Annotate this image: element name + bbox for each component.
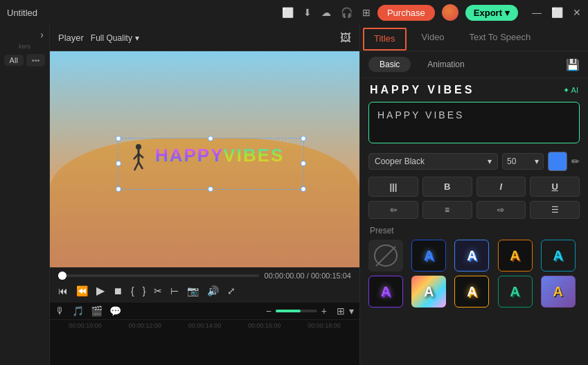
minimize-icon[interactable]: — <box>532 7 542 18</box>
progress-thumb[interactable] <box>58 271 66 280</box>
main-layout: › kers All ••• Player Full Quality ▾ 🖼 <box>0 25 588 365</box>
monitor-icon[interactable]: ⬜ <box>282 7 294 18</box>
italic-button[interactable]: I <box>476 177 526 197</box>
happy-text: HAPPY <box>155 144 224 166</box>
stop-icon[interactable]: ⏹ <box>113 285 123 296</box>
timeline-ruler: 00:00:10:00 00:00:12:00 00:00:14:00 00:0… <box>50 320 359 329</box>
layout-icon[interactable]: ⊞ <box>362 7 371 18</box>
step-back-icon[interactable]: ⏪ <box>76 285 88 296</box>
handle-tr[interactable] <box>301 136 306 141</box>
bracket-left-icon[interactable]: { <box>131 285 134 296</box>
preset-6[interactable]: A <box>411 276 446 308</box>
preset-5[interactable]: A <box>368 276 403 308</box>
sub-tab-basic[interactable]: Basic <box>368 57 411 72</box>
preset-7[interactable]: A <box>454 276 489 308</box>
zoom-out-icon[interactable]: − <box>266 305 271 317</box>
align-justify-button[interactable]: ☰ <box>530 201 580 219</box>
play-icon[interactable]: ▶ <box>96 284 105 297</box>
ruler-mark-0: 00:00:10:00 <box>55 322 115 329</box>
preset-9[interactable]: A <box>541 276 576 308</box>
timeline: 🎙 🎵 🎬 💬 − + ⊞ ▾ 00:00:10:00 00:00:12:00 … <box>50 303 359 365</box>
image-icon[interactable]: 🖼 <box>340 32 351 44</box>
chevron-down-icon[interactable]: ▾ <box>349 305 354 317</box>
grid-icon[interactable]: ⊞ <box>337 305 345 317</box>
maximize-icon[interactable]: ⬜ <box>551 7 563 18</box>
sub-tab-animation[interactable]: Animation <box>416 57 475 72</box>
align-left-button[interactable]: ⇦ <box>368 201 418 219</box>
volume-icon[interactable]: 🔊 <box>207 285 219 296</box>
handle-top[interactable] <box>208 136 213 141</box>
chevron-right-icon[interactable]: › <box>40 29 44 40</box>
text-editor[interactable]: HAPPY VIBES <box>368 102 580 143</box>
ruler-mark-3: 00:00:16:00 <box>235 322 294 329</box>
handle-br[interactable] <box>301 186 306 192</box>
zoom-slider[interactable] <box>276 310 317 312</box>
zoom-fill <box>276 310 301 312</box>
underline-button[interactable]: U <box>530 177 580 197</box>
handle-bm[interactable] <box>208 186 213 192</box>
video-add-icon[interactable]: 🎬 <box>91 305 103 317</box>
all-label[interactable]: All <box>4 55 24 66</box>
handle-tl[interactable] <box>116 136 121 141</box>
size-select[interactable]: 50 ▾ <box>502 153 544 170</box>
app-title: Untitled <box>7 8 37 18</box>
mic-icon[interactable]: 🎙 <box>55 305 65 317</box>
track-add-icon[interactable]: 🎵 <box>72 305 84 317</box>
zoom-in-icon[interactable]: + <box>321 305 327 317</box>
close-icon[interactable]: ✕ <box>573 7 581 18</box>
tab-tts[interactable]: Text To Speech <box>457 25 544 51</box>
quality-select[interactable]: Full Quality ▾ <box>91 33 139 43</box>
svg-line-5 <box>139 162 143 169</box>
ai-sparkle-icon: ✦ <box>563 86 569 95</box>
ruler-mark-4: 00:00:18:00 <box>294 322 354 329</box>
align-center-button[interactable]: ≡ <box>422 201 472 219</box>
avatar[interactable] <box>442 4 458 21</box>
download-icon[interactable]: ⬇ <box>303 7 312 18</box>
text-preview-header: HAPPY VIBES ✦ AI <box>360 78 588 102</box>
panel-sub-tabs: Basic Animation 💾 <box>360 51 588 78</box>
preset-none[interactable] <box>368 240 403 271</box>
text-preview-title: HAPPY VIBES <box>370 84 474 96</box>
split-icon[interactable]: ⊢ <box>170 285 179 296</box>
cut-icon[interactable]: ✂ <box>154 285 162 296</box>
vibes-text: VIBES <box>223 144 284 166</box>
preset-8[interactable]: A <box>498 276 533 308</box>
titlebar: Untitled ⬜ ⬇ ☁ 🎧 ⊞ Purchase Export ▾ — ⬜… <box>0 0 588 25</box>
preset-2[interactable]: A <box>454 240 489 271</box>
progress-track[interactable] <box>58 274 259 277</box>
save-preset-icon[interactable]: 💾 <box>566 58 580 71</box>
handle-ml[interactable] <box>116 161 121 166</box>
export-button[interactable]: Export ▾ <box>465 5 518 21</box>
chart-button[interactable]: ||| <box>368 177 418 197</box>
screenshot-icon[interactable]: 📷 <box>187 285 199 296</box>
ai-button[interactable]: ✦ AI <box>563 86 578 95</box>
fullscreen-icon[interactable]: ⤢ <box>227 285 235 296</box>
tab-titles[interactable]: Titles <box>363 28 407 51</box>
preset-3[interactable]: A <box>498 240 533 271</box>
handle-mr[interactable] <box>301 161 306 166</box>
player-section: Player Full Quality ▾ 🖼 <box>50 25 359 365</box>
bold-button[interactable]: B <box>422 177 472 197</box>
purchase-button[interactable]: Purchase <box>377 5 435 21</box>
figure-silhouette <box>130 143 148 176</box>
player-label: Player <box>58 33 84 43</box>
sidebar-all: All ••• <box>0 53 51 68</box>
font-select[interactable]: Cooper Black ▾ <box>368 153 498 170</box>
chevron-down-icon: ▾ <box>505 8 510 18</box>
tab-video[interactable]: Video <box>409 25 457 51</box>
subtitle-icon[interactable]: 💬 <box>109 305 121 317</box>
left-sidebar: › kers All ••• <box>0 25 50 365</box>
eyedropper-icon[interactable]: ✏ <box>571 156 580 167</box>
preset-1[interactable]: A <box>411 240 446 271</box>
controls-bar: 00:00:00.00 / 00:00:15:04 ⏮ ⏪ ▶ ⏹ { } ✂ … <box>50 267 359 303</box>
cloud-icon[interactable]: ☁ <box>321 7 331 18</box>
align-right-button[interactable]: ⇨ <box>476 201 526 219</box>
preset-4[interactable]: A <box>541 240 576 271</box>
sidebar-group-label: kers <box>0 42 49 53</box>
bracket-right-icon[interactable]: } <box>143 285 146 296</box>
headphones-icon[interactable]: 🎧 <box>341 7 353 18</box>
more-dots-icon[interactable]: ••• <box>26 54 46 66</box>
handle-bl[interactable] <box>116 186 121 192</box>
color-swatch[interactable] <box>548 152 567 171</box>
rewind-icon[interactable]: ⏮ <box>58 285 68 296</box>
